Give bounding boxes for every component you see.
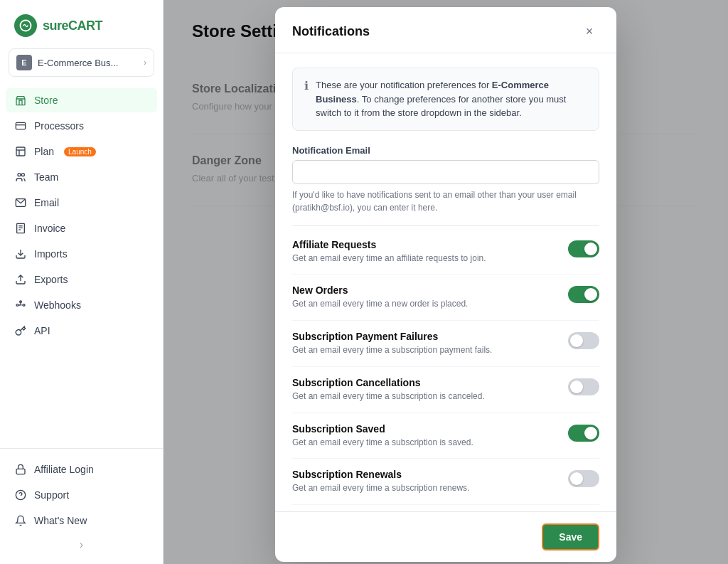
- toggle-info-subscription-payment-failures: Subscription Payment Failures Get an ema…: [292, 331, 557, 356]
- sidebar-item-store[interactable]: Store: [6, 88, 157, 112]
- toggle-desc-subscription-cancellations: Get an email every time a subscription i…: [292, 390, 557, 403]
- sidebar-item-whats-new[interactable]: What's New: [6, 509, 157, 533]
- plan-icon: [14, 145, 27, 158]
- sidebar-item-team[interactable]: Team: [6, 165, 157, 189]
- toggle-desc-subscription-renewals: Get an email every time a subscription r…: [292, 482, 557, 494]
- sidebar-item-affiliate-login[interactable]: Affiliate Login: [6, 457, 157, 481]
- notification-email-input[interactable]: [292, 160, 599, 184]
- sidebar-item-exports[interactable]: Exports: [6, 267, 157, 292]
- expand-button[interactable]: ›: [6, 534, 157, 555]
- toggle-switch-subscription-saved[interactable]: [568, 425, 599, 442]
- toggle-row-subscription-saved: Subscription Saved Get an email every ti…: [292, 413, 599, 459]
- support-icon: [14, 489, 27, 501]
- sidebar-item-processors[interactable]: Processors: [6, 114, 157, 138]
- sidebar-bottom-label-support: Support: [34, 489, 69, 501]
- sidebar-item-label-api: API: [34, 325, 50, 336]
- toggle-row-new-orders: New Orders Get an email every time a new…: [292, 275, 599, 321]
- logo-text: sureCART: [43, 18, 102, 33]
- affiliate-login-icon: [14, 463, 27, 476]
- toggle-info-subscription-renewals: Subscription Renewals Get an email every…: [292, 469, 557, 494]
- toggle-info-affiliate-requests: Affiliate Requests Get an email every ti…: [292, 239, 557, 265]
- toggle-label-subscription-renewals: Subscription Renewals: [292, 469, 557, 480]
- sidebar-item-label-email: Email: [34, 197, 59, 208]
- svg-rect-4: [16, 147, 25, 156]
- sidebar-bottom-label-affiliate-login: Affiliate Login: [34, 464, 94, 475]
- toggle-label-subscription-saved: Subscription Saved: [292, 423, 557, 435]
- toggle-switch-affiliate-requests[interactable]: [568, 240, 599, 257]
- svg-point-16: [16, 304, 18, 307]
- toggle-info-subscription-cancellations: Subscription Cancellations Get an email …: [292, 377, 557, 403]
- logo-icon: [14, 14, 37, 37]
- toggle-rows: Affiliate Requests Get an email every ti…: [292, 229, 599, 512]
- logo: sureCART: [0, 0, 163, 48]
- modal-backdrop: Notifications × ℹ These are your notific…: [164, 0, 728, 564]
- toggle-info-new-orders: New Orders Get an email every time a new…: [292, 284, 557, 310]
- sidebar-item-webhooks[interactable]: Webhooks: [6, 293, 157, 317]
- svg-point-18: [23, 304, 25, 307]
- store-selector[interactable]: E E-Commerce Bus... ›: [9, 48, 154, 77]
- invoice-icon: [14, 222, 27, 235]
- notification-email-label: Notification Email: [292, 145, 599, 156]
- save-button[interactable]: Save: [542, 523, 599, 550]
- imports-icon: [14, 248, 27, 260]
- sidebar-item-label-imports: Imports: [34, 248, 68, 260]
- sidebar-item-label-exports: Exports: [34, 274, 68, 285]
- nav-badge-plan: Launch: [64, 147, 96, 156]
- svg-rect-19: [16, 469, 25, 474]
- sidebar-item-api[interactable]: API: [6, 319, 157, 343]
- toggle-switch-subscription-cancellations[interactable]: [568, 378, 599, 395]
- notifications-modal: Notifications × ℹ These are your notific…: [275, 7, 616, 562]
- whats-new-icon: [14, 514, 27, 527]
- svg-point-7: [18, 174, 21, 176]
- toggle-desc-subscription-payment-failures: Get an email every time a subscription p…: [292, 344, 557, 356]
- main-content: Store Settings Store Localization Config…: [164, 0, 728, 564]
- modal-header: Notifications ×: [275, 7, 616, 53]
- info-banner: ℹ These are your notification preference…: [292, 68, 599, 131]
- toggle-switch-subscription-renewals[interactable]: [568, 470, 599, 487]
- sidebar-item-plan[interactable]: Plan Launch: [6, 139, 157, 164]
- sidebar-bottom: Affiliate Login Support What's New›: [0, 448, 163, 564]
- toggle-row-subscription-payment-failures: Subscription Payment Failures Get an ema…: [292, 321, 599, 367]
- toggle-row-subscription-cancellations: Subscription Cancellations Get an email …: [292, 367, 599, 413]
- processors-icon: [14, 119, 27, 132]
- sidebar-item-email[interactable]: Email: [6, 191, 157, 215]
- toggle-label-subscription-payment-failures: Subscription Payment Failures: [292, 331, 557, 342]
- svg-rect-1: [16, 99, 25, 105]
- sidebar-item-label-store: Store: [34, 95, 58, 106]
- sidebar-item-label-team: Team: [34, 171, 58, 183]
- team-icon: [14, 171, 27, 183]
- svg-point-8: [21, 174, 24, 176]
- divider: [292, 225, 599, 226]
- sidebar-item-label-processors: Processors: [34, 120, 84, 132]
- sidebar-item-label-webhooks: Webhooks: [34, 299, 81, 311]
- modal-title: Notifications: [292, 24, 370, 39]
- webhooks-icon: [14, 299, 27, 312]
- svg-rect-2: [16, 122, 25, 129]
- modal-footer: Save: [275, 511, 616, 562]
- chevron-right-icon: ›: [144, 58, 146, 68]
- toggle-label-subscription-cancellations: Subscription Cancellations: [292, 377, 557, 388]
- toggle-label-new-orders: New Orders: [292, 284, 557, 296]
- toggle-row-webhook-endpoint-errors: Webhook Endpoint Errors Get an email whe…: [292, 505, 599, 511]
- toggle-label-affiliate-requests: Affiliate Requests: [292, 239, 557, 250]
- notification-email-hint: If you'd like to have notifications sent…: [292, 188, 599, 214]
- sidebar-item-invoice[interactable]: Invoice: [6, 216, 157, 240]
- email-icon: [14, 196, 27, 209]
- info-text: These are your notification preferences …: [316, 78, 587, 120]
- store-icon: [14, 94, 27, 107]
- sidebar-nav: Store Processors Plan Launch Team Email …: [0, 85, 163, 448]
- toggle-switch-new-orders[interactable]: [568, 286, 599, 303]
- modal-body: ℹ These are your notification preference…: [275, 53, 616, 511]
- store-avatar: E: [16, 55, 32, 70]
- sidebar-item-support[interactable]: Support: [6, 483, 157, 507]
- toggle-desc-affiliate-requests: Get an email every time an affiliate req…: [292, 252, 557, 265]
- toggle-desc-subscription-saved: Get an email every time a subscription i…: [292, 437, 557, 449]
- toggle-switch-subscription-payment-failures[interactable]: [568, 332, 599, 349]
- toggle-desc-new-orders: Get an email every time a new order is p…: [292, 298, 557, 310]
- toggle-row-affiliate-requests: Affiliate Requests Get an email every ti…: [292, 229, 599, 275]
- sidebar-item-imports[interactable]: Imports: [6, 242, 157, 266]
- info-icon: ℹ: [304, 79, 309, 120]
- sidebar-item-label-invoice: Invoice: [34, 223, 65, 234]
- close-button[interactable]: ×: [579, 21, 599, 41]
- api-icon: [14, 324, 27, 337]
